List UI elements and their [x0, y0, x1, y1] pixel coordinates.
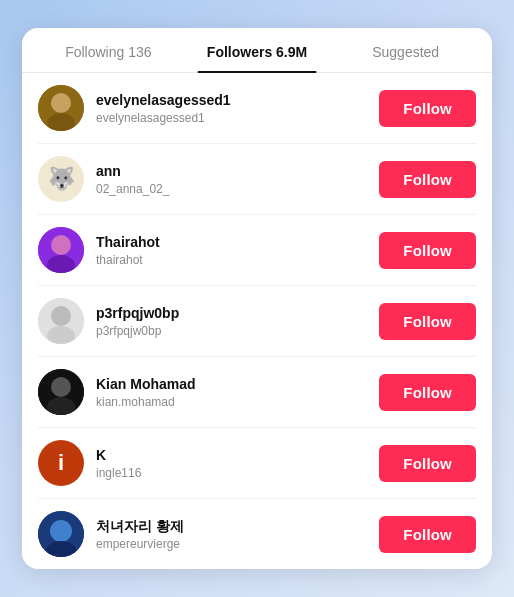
- avatar: [38, 85, 84, 131]
- tab-followers[interactable]: Followers 6.9M: [183, 28, 332, 72]
- user-name: K: [96, 446, 379, 464]
- avatar: [38, 298, 84, 344]
- user-item: Kian Mohamadkian.mohamadFollow: [38, 357, 476, 428]
- user-handle: evelynelasagessed1: [96, 111, 379, 125]
- user-name: p3rfpqjw0bp: [96, 304, 379, 322]
- user-item: evelynelasagessed1evelynelasagessed1Foll…: [38, 73, 476, 144]
- user-item: iKingle116Follow: [38, 428, 476, 499]
- follow-button[interactable]: Follow: [379, 232, 476, 269]
- tab-following[interactable]: Following 136: [34, 28, 183, 72]
- user-item: 🐺ann02_anna_02_Follow: [38, 144, 476, 215]
- user-info: p3rfpqjw0bpp3rfpqjw0bp: [96, 304, 379, 338]
- followers-card: Following 136Followers 6.9MSuggested eve…: [22, 28, 492, 569]
- tab-suggested[interactable]: Suggested: [331, 28, 480, 72]
- avatar: i: [38, 440, 84, 486]
- user-item: 처녀자리 황제empereurviergeFollow: [38, 499, 476, 569]
- svg-point-7: [51, 306, 71, 326]
- user-info: Thairahotthairahot: [96, 233, 379, 267]
- avatar: [38, 369, 84, 415]
- user-handle: empereurvierge: [96, 537, 379, 551]
- follow-button[interactable]: Follow: [379, 161, 476, 198]
- user-name: Thairahot: [96, 233, 379, 251]
- svg-point-10: [51, 377, 71, 397]
- avatar: [38, 227, 84, 273]
- user-handle: p3rfpqjw0bp: [96, 324, 379, 338]
- follow-button[interactable]: Follow: [379, 303, 476, 340]
- user-name: 처녀자리 황제: [96, 517, 379, 535]
- user-info: Kian Mohamadkian.mohamad: [96, 375, 379, 409]
- user-handle: thairahot: [96, 253, 379, 267]
- avatar: 🐺: [38, 156, 84, 202]
- user-name: evelynelasagessed1: [96, 91, 379, 109]
- user-info: 처녀자리 황제empereurvierge: [96, 517, 379, 551]
- user-list: evelynelasagessed1evelynelasagessed1Foll…: [22, 73, 492, 569]
- follow-button[interactable]: Follow: [379, 516, 476, 553]
- follow-button[interactable]: Follow: [379, 90, 476, 127]
- follow-button[interactable]: Follow: [379, 374, 476, 411]
- user-info: evelynelasagessed1evelynelasagessed1: [96, 91, 379, 125]
- svg-point-4: [51, 235, 71, 255]
- user-handle: ingle116: [96, 466, 379, 480]
- user-handle: kian.mohamad: [96, 395, 379, 409]
- user-info: Kingle116: [96, 446, 379, 480]
- avatar: [38, 511, 84, 557]
- user-item: p3rfpqjw0bpp3rfpqjw0bpFollow: [38, 286, 476, 357]
- follow-button[interactable]: Follow: [379, 445, 476, 482]
- tabs-bar: Following 136Followers 6.9MSuggested: [22, 28, 492, 73]
- user-info: ann02_anna_02_: [96, 162, 379, 196]
- svg-point-1: [51, 93, 71, 113]
- user-handle: 02_anna_02_: [96, 182, 379, 196]
- user-name: ann: [96, 162, 379, 180]
- user-name: Kian Mohamad: [96, 375, 379, 393]
- user-item: ThairahotthairahotFollow: [38, 215, 476, 286]
- svg-point-13: [50, 520, 72, 542]
